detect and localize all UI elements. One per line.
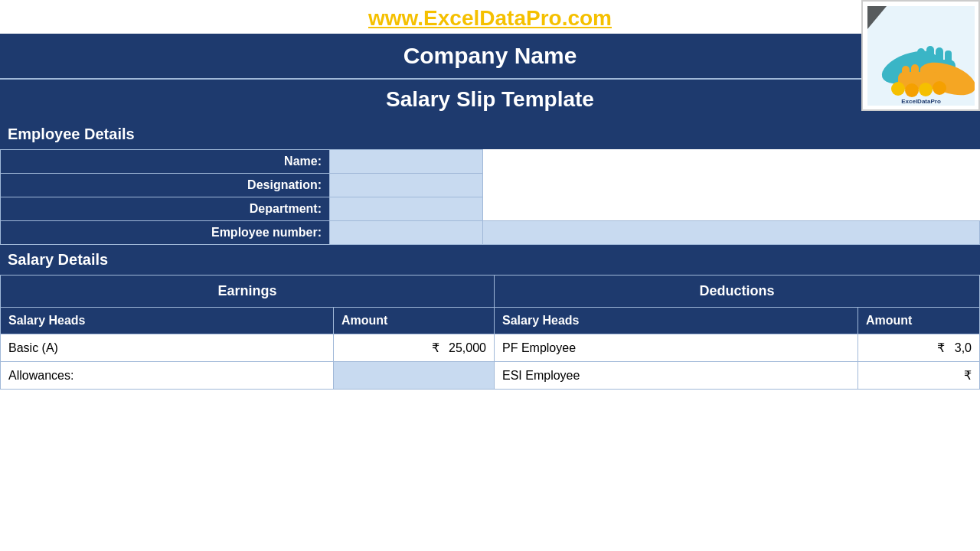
earnings-amount-label: Amount [334,308,495,334]
name-label: Name: [1,150,330,174]
department-value[interactable] [330,197,483,221]
employee-number-value1[interactable] [330,221,483,245]
employee-number-value2[interactable] [483,221,980,245]
rupee-icon: ₹ [432,341,439,354]
logo-box: ExcelDataPro [861,0,980,111]
salary-details-header: Salary Details [0,245,980,275]
table-row: Employee number: [1,221,980,245]
department-label: Department: [1,197,330,221]
table-row: Designation: [1,174,980,197]
earnings-header: Earnings [1,276,495,308]
pf-employee-amount: ₹ 3,0 [858,334,980,362]
svg-point-13 [891,82,905,96]
designation-value[interactable] [330,174,483,197]
employee-details-header: Employee Details [0,119,980,149]
salary-slip-row: Salary Slip Template [0,78,980,119]
svg-text:ExcelDataPro: ExcelDataPro [901,98,941,105]
employee-details-table: Name: Designation: Department: Employee … [0,149,980,245]
name-value[interactable] [330,150,483,174]
allowances-amount[interactable] [334,362,495,390]
svg-point-15 [919,83,933,96]
esi-employee-amount: ₹ [858,362,980,390]
basic-head-label: Basic (A) [1,334,334,362]
basic-amount: ₹ 25,000 [334,334,495,362]
esi-employee-label: ESI Employee [495,362,858,390]
company-name: Company Name [403,43,577,68]
pf-amount-value: 3,0 [955,341,972,354]
header-top: www.ExcelDataPro.com [0,0,980,119]
earnings-deductions-header-row: Earnings Deductions [1,276,980,308]
rupee-icon: ₹ [964,369,972,382]
salary-table: Earnings Deductions Salary Heads Amount … [0,275,980,390]
column-labels-row: Salary Heads Amount Salary Heads Amount [1,308,980,334]
page-wrapper: www.ExcelDataPro.com [0,0,980,551]
employee-number-label: Employee number: [1,221,330,245]
header-url-bar: www.ExcelDataPro.com [0,0,980,34]
logo-svg: ExcelDataPro [867,6,975,106]
salary-details-title: Salary Details [8,251,108,268]
svg-point-14 [905,83,919,97]
table-row: Basic (A) ₹ 25,000 PF Employee ₹ 3,0 [1,334,980,362]
website-url: www.ExcelDataPro.com [368,6,612,30]
salary-slip-title: Salary Slip Template [386,87,594,111]
deductions-header: Deductions [495,276,980,308]
earnings-heads-label: Salary Heads [1,308,334,334]
designation-label: Designation: [1,174,330,197]
company-name-row: Company Name [0,34,980,78]
employee-details-title: Employee Details [8,126,135,142]
allowances-head-label: Allowances: [1,362,334,390]
table-row: Name: [1,150,980,174]
basic-amount-value: 25,000 [449,341,486,354]
table-row: Department: [1,197,980,221]
rupee-icon: ₹ [937,341,945,354]
deductions-amount-label: Amount [858,308,980,334]
deductions-heads-label: Salary Heads [495,308,858,334]
svg-point-16 [933,81,946,95]
pf-employee-label: PF Employee [495,334,858,362]
table-row: Allowances: ESI Employee ₹ [1,362,980,390]
